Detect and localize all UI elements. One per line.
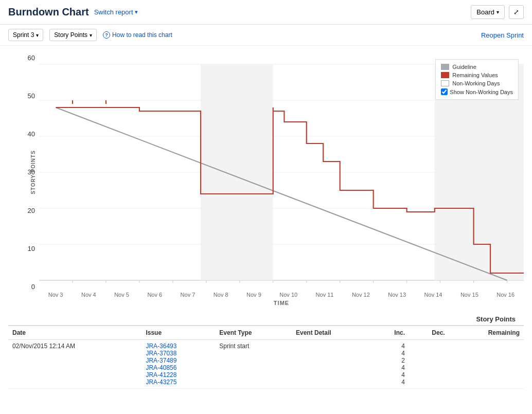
- col-event-type: Event Type: [215, 326, 292, 340]
- x-axis-title: TIME: [39, 299, 524, 310]
- top-bar-right: Board ⤢: [471, 5, 524, 19]
- issue-link-jra37038[interactable]: JRA-37038: [146, 350, 211, 357]
- show-non-working-checkbox-row: Show Non-Working Days: [441, 88, 513, 95]
- x-axis-labels: Nov 3 Nov 4 Nov 5 Nov 6 Nov 7 Nov 8 Nov …: [39, 291, 524, 299]
- legend-guideline: Guideline: [441, 64, 513, 70]
- top-bar-left: Burndown Chart Switch report: [8, 6, 138, 18]
- col-inc: Inc.: [374, 326, 409, 340]
- issue-link-jra36493[interactable]: JRA-36493: [146, 343, 211, 350]
- col-date: Date: [8, 326, 141, 340]
- issue-link-jra37489[interactable]: JRA-37489: [146, 357, 211, 364]
- legend-remaining: Remaining Values: [441, 72, 513, 78]
- board-button[interactable]: Board: [471, 5, 505, 19]
- col-issue: Issue: [141, 326, 215, 340]
- switch-report-button[interactable]: Switch report: [94, 8, 138, 16]
- page-title: Burndown Chart: [8, 6, 89, 18]
- row-dec: [409, 340, 449, 389]
- col-event-detail: Event Detail: [292, 326, 374, 340]
- data-table-section: Story Points Date Issue Event Type Event…: [0, 315, 532, 397]
- row-event-detail: [292, 340, 374, 389]
- story-points-column-header: Story Points: [8, 315, 524, 323]
- toolbar-left: Sprint 3 Story Points ? How to read this…: [8, 29, 172, 41]
- guideline-swatch: [441, 64, 449, 70]
- table-header-row: Date Issue Event Type Event Detail Inc. …: [8, 326, 524, 340]
- col-remaining: Remaining: [449, 326, 524, 340]
- chart-main: Guideline Remaining Values Non-Working D…: [39, 54, 524, 310]
- svg-rect-8: [201, 64, 273, 280]
- toolbar: Sprint 3 Story Points ? How to read this…: [0, 25, 532, 46]
- non-working-swatch: [441, 80, 449, 86]
- issue-link-jra43275[interactable]: JRA-43275: [146, 379, 211, 386]
- row-remaining: [449, 340, 524, 389]
- row-inc: 4 4 2 4 4 4: [374, 340, 409, 389]
- legend-non-working: Non-Working Days: [441, 80, 513, 86]
- sprint-selector[interactable]: Sprint 3: [8, 29, 43, 41]
- help-icon: ?: [103, 31, 110, 39]
- top-bar: Burndown Chart Switch report Board ⤢: [0, 0, 532, 25]
- chart-svg: Guideline Remaining Values Non-Working D…: [39, 54, 524, 291]
- row-event-type: Sprint start: [215, 340, 292, 389]
- col-dec: Dec.: [409, 326, 449, 340]
- events-table: Date Issue Event Type Event Detail Inc. …: [8, 325, 524, 389]
- issue-link-jra41228[interactable]: JRA-41228: [146, 371, 211, 379]
- y-axis-label: STORY POINTS: [30, 150, 36, 194]
- remaining-swatch: [441, 72, 449, 78]
- story-points-selector[interactable]: Story Points: [49, 29, 97, 41]
- table-row: 02/Nov/2015 12:14 AM JRA-36493 JRA-37038…: [8, 340, 524, 389]
- row-issues: JRA-36493 JRA-37038 JRA-37489 JRA-40856 …: [141, 340, 215, 389]
- expand-button[interactable]: ⤢: [509, 5, 524, 19]
- reopen-sprint-button[interactable]: Reopen Sprint: [481, 31, 524, 39]
- show-non-working-checkbox[interactable]: [441, 88, 448, 95]
- row-date: 02/Nov/2015 12:14 AM: [8, 340, 141, 389]
- issue-link-jra40856[interactable]: JRA-40856: [146, 364, 211, 371]
- how-to-link[interactable]: ? How to read this chart: [103, 31, 172, 39]
- chart-legend: Guideline Remaining Values Non-Working D…: [435, 59, 519, 100]
- chart-section: STORY POINTS 60 50 40 30 20 10 0 Guideli…: [0, 46, 532, 310]
